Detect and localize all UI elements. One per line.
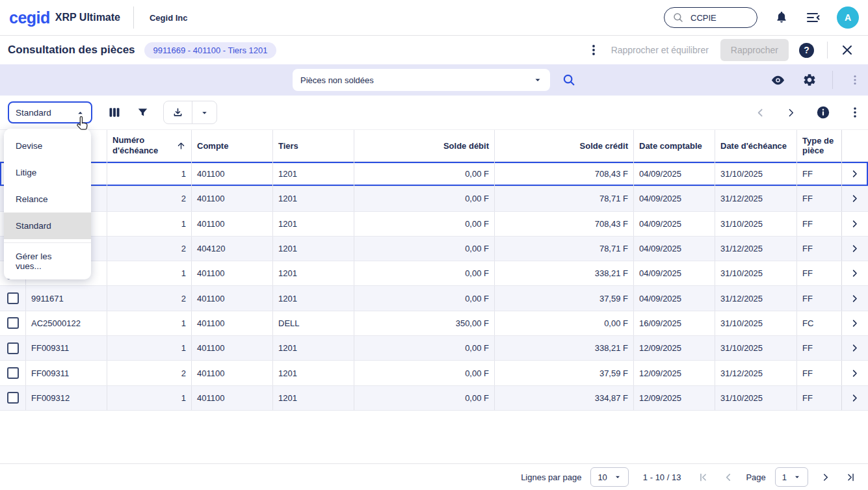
cell-echeance: 2	[107, 361, 192, 385]
rows-per-page-select[interactable]: 10	[590, 467, 628, 487]
pieces-table: Numéro d'échéanceCompteTiersSolde débitS…	[0, 130, 868, 411]
filter-search-icon[interactable]	[562, 73, 576, 87]
info-icon[interactable]	[816, 105, 830, 120]
cell-tiers: DELL	[273, 311, 354, 335]
cell-date_comptable: 04/09/2025	[634, 261, 715, 285]
column-header-date_comptable[interactable]: Date comptable	[634, 130, 715, 161]
row-checkbox[interactable]	[7, 367, 19, 379]
row-detail-chevron[interactable]	[841, 237, 867, 261]
reconcile-button[interactable]: Rapprocher	[720, 39, 789, 61]
table-row[interactable]: FF009311240110012010,00 F37,59 F12/09/20…	[0, 361, 868, 385]
search-input[interactable]	[689, 12, 748, 23]
cell-piece: FF009311	[26, 361, 107, 385]
view-menu-item-standard[interactable]: Standard	[4, 213, 91, 239]
cell-debit: 0,00 F	[354, 187, 495, 211]
table-row[interactable]: 140110012010,00 F708,43 F04/09/202531/10…	[0, 212, 868, 237]
table-body: 140110012010,00 F708,43 F04/09/202531/10…	[0, 162, 868, 411]
notifications-bell-icon[interactable]	[774, 10, 789, 25]
reconcile-balance-button[interactable]: Rapprocher et équilibrer	[611, 45, 709, 55]
row-detail-chevron[interactable]	[841, 286, 867, 310]
table-row[interactable]: 240412012010,00 F78,71 F04/09/202531/12/…	[0, 237, 868, 261]
page-select[interactable]: 1	[775, 467, 808, 487]
column-header-compte[interactable]: Compte	[192, 130, 273, 161]
cell-compte: 401100	[192, 187, 273, 211]
row-checkbox[interactable]	[7, 392, 19, 404]
cell-type: FF	[797, 361, 842, 385]
table-row[interactable]: FF009311140110012010,00 F338,21 F12/09/2…	[0, 336, 868, 361]
filter-funnel-icon[interactable]	[137, 107, 149, 119]
view-menu-item-litige[interactable]: Litige	[4, 159, 91, 186]
manage-views-menu-item[interactable]: Gérer les vues...	[4, 246, 91, 276]
cell-type: FF	[797, 212, 842, 236]
cell-date_comptable: 04/09/2025	[634, 237, 715, 261]
cell-type: FF	[797, 336, 842, 360]
column-header-credit[interactable]: Solde crédit	[495, 130, 634, 161]
column-header-tiers[interactable]: Tiers	[273, 130, 354, 161]
next-record-icon[interactable]	[785, 107, 796, 118]
chevron-up-icon	[76, 109, 85, 117]
last-page-icon[interactable]	[845, 472, 856, 483]
previous-record-icon[interactable]	[755, 107, 766, 118]
cell-debit: 350,00 F	[354, 311, 495, 335]
row-checkbox[interactable]	[7, 342, 19, 354]
cell-credit: 0,00 F	[495, 311, 634, 335]
collapse-menu-icon[interactable]	[806, 10, 821, 25]
column-header-type[interactable]: Type de pièce	[797, 130, 842, 161]
cell-piece: FF009311	[26, 336, 107, 360]
columns-icon[interactable]	[108, 106, 121, 119]
table-row[interactable]: 9911671240110012010,00 F37,59 F04/09/202…	[0, 286, 868, 311]
download-icon[interactable]	[164, 101, 192, 123]
close-icon[interactable]	[841, 44, 854, 57]
row-detail-chevron[interactable]	[841, 162, 867, 186]
column-header-echeance[interactable]: Numéro d'échéance	[107, 130, 192, 161]
row-detail-chevron[interactable]	[841, 311, 867, 335]
toolbar-kebab-icon[interactable]	[850, 106, 860, 119]
menu-divider	[4, 242, 91, 243]
chevron-down-icon	[793, 473, 801, 481]
filter-dropdown[interactable]: Pièces non soldées	[293, 69, 550, 91]
row-checkbox[interactable]	[7, 292, 19, 304]
cell-date_comptable: 04/09/2025	[634, 212, 715, 236]
table-row[interactable]: 140110012010,00 F338,21 F04/09/202531/10…	[0, 261, 868, 286]
settings-gear-icon[interactable]	[802, 73, 817, 87]
chevron-down-icon	[533, 75, 542, 84]
next-page-icon[interactable]	[820, 472, 831, 483]
cell-compte: 401100	[192, 361, 273, 385]
view-select[interactable]: Standard	[8, 101, 92, 123]
user-avatar[interactable]: A	[837, 6, 859, 29]
row-detail-chevron[interactable]	[841, 187, 867, 211]
visibility-eye-icon[interactable]	[770, 73, 785, 88]
row-checkbox[interactable]	[7, 317, 19, 329]
header-kebab-icon[interactable]	[588, 44, 599, 57]
range-label: 1 - 10 / 13	[643, 472, 681, 482]
cell-date_echeance: 31/12/2025	[715, 286, 797, 310]
row-detail-chevron[interactable]	[841, 261, 867, 285]
global-search[interactable]	[664, 7, 757, 28]
first-page-icon[interactable]	[698, 472, 709, 483]
table-row[interactable]: FF009312140110012010,00 F334,87 F12/09/2…	[0, 386, 868, 411]
column-header-label: Tiers	[278, 141, 298, 151]
table-row[interactable]: 240110012010,00 F78,71 F04/09/202531/12/…	[0, 187, 868, 211]
download-options-chevron-icon[interactable]	[192, 101, 217, 123]
cell-date_comptable: 04/09/2025	[634, 187, 715, 211]
cell-compte: 401100	[192, 286, 273, 310]
cell-credit: 338,21 F	[495, 336, 634, 360]
row-detail-chevron[interactable]	[841, 386, 867, 410]
previous-page-icon[interactable]	[723, 472, 734, 483]
page-title: Consultation des pièces	[8, 44, 135, 57]
row-detail-chevron[interactable]	[841, 212, 867, 236]
view-select-value: Standard	[16, 108, 76, 118]
column-header-date_echeance[interactable]: Date d'échéance	[715, 130, 797, 161]
view-menu-item-relance[interactable]: Relance	[4, 186, 91, 213]
table-row[interactable]: AC250001221401100DELL350,00 F0,00 F16/09…	[0, 311, 868, 336]
help-icon[interactable]: ?	[799, 43, 814, 58]
table-row[interactable]: 140110012010,00 F708,43 F04/09/202531/10…	[0, 162, 868, 187]
cell-type: FF	[797, 237, 842, 261]
filterbar-kebab-icon[interactable]	[850, 74, 860, 86]
row-detail-chevron[interactable]	[841, 336, 867, 360]
cell-tiers: 1201	[273, 212, 354, 236]
column-header-debit[interactable]: Solde débit	[354, 130, 495, 161]
row-detail-chevron[interactable]	[841, 361, 867, 385]
sort-ascending-icon	[176, 141, 186, 151]
view-menu-item-devise[interactable]: Devise	[4, 133, 91, 159]
